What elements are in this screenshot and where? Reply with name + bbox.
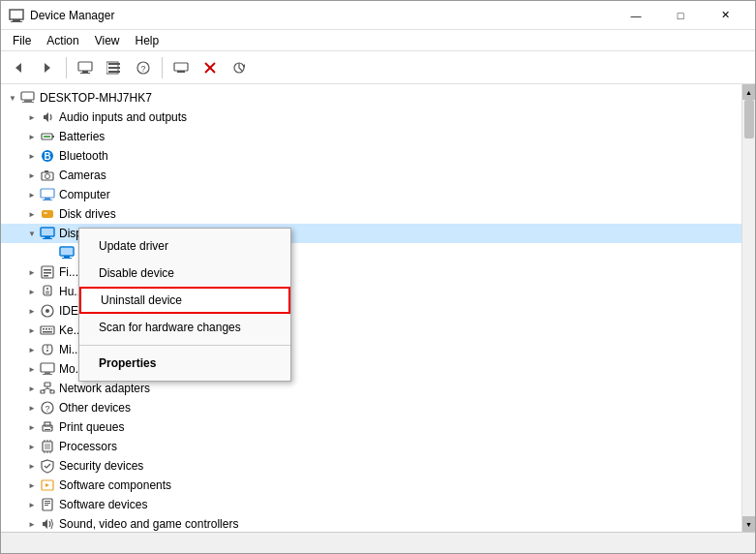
svg-rect-56 — [48, 328, 50, 330]
keyboard-expand[interactable] — [24, 323, 40, 338]
print-expand[interactable] — [24, 419, 40, 435]
toolbar-remove[interactable] — [197, 55, 224, 80]
monitors-icon — [40, 361, 55, 377]
app-icon — [9, 8, 24, 23]
root-expand-arrow[interactable] — [5, 90, 20, 106]
list-item[interactable]: ? Other devices — [1, 398, 741, 417]
list-item[interactable]: Sound, video and game controllers — [1, 514, 741, 532]
menu-action[interactable]: Action — [39, 32, 86, 49]
toolbar-computer[interactable] — [72, 55, 99, 80]
other-expand[interactable] — [24, 400, 40, 416]
processors-expand[interactable] — [24, 439, 40, 454]
svg-rect-42 — [62, 258, 72, 259]
list-item[interactable]: Cameras — [1, 166, 741, 185]
list-item[interactable]: Disk drives — [1, 204, 741, 224]
human-expand[interactable] — [24, 284, 40, 299]
svg-rect-63 — [43, 374, 52, 375]
toolbar-forward[interactable] — [34, 55, 61, 80]
svg-marker-85 — [45, 483, 49, 487]
display-sub-expand — [44, 245, 59, 261]
list-item[interactable]: Software devices — [1, 495, 741, 514]
cameras-expand[interactable] — [24, 168, 40, 183]
mice-expand[interactable] — [24, 342, 40, 357]
svg-rect-35 — [44, 212, 47, 214]
firmware-label: Fi... — [59, 265, 78, 279]
computer-label: Computer — [59, 188, 110, 201]
toolbar-scan[interactable] — [226, 55, 253, 80]
toolbar: ? — [1, 51, 755, 84]
toolbar-help[interactable]: ? — [130, 55, 157, 80]
menu-help[interactable]: Help — [128, 32, 167, 49]
bluetooth-expand[interactable] — [24, 148, 40, 164]
firmware-expand[interactable] — [24, 264, 40, 280]
print-label: Print queues — [59, 420, 124, 434]
toolbar-back[interactable] — [5, 55, 32, 80]
computer-expand[interactable] — [24, 187, 40, 202]
disk-icon — [40, 206, 55, 222]
scroll-thumb[interactable] — [744, 100, 754, 138]
svg-rect-33 — [43, 200, 52, 200]
svg-rect-38 — [43, 238, 52, 239]
list-item[interactable]: Computer — [1, 185, 741, 204]
menu-file[interactable]: File — [5, 32, 39, 49]
network-expand[interactable] — [24, 381, 40, 396]
list-item[interactable]: Audio inputs and outputs — [1, 108, 741, 127]
svg-rect-30 — [45, 170, 48, 172]
svg-rect-34 — [42, 210, 53, 218]
list-item[interactable]: B Bluetooth — [1, 146, 741, 166]
list-item[interactable]: Security devices — [1, 456, 741, 476]
svg-point-52 — [45, 309, 49, 313]
scroll-track[interactable] — [742, 100, 756, 516]
svg-rect-53 — [41, 326, 54, 334]
ctx-properties[interactable]: Properties — [79, 350, 290, 377]
svg-rect-21 — [24, 100, 32, 102]
ctx-disable-device[interactable]: Disable device — [79, 260, 290, 287]
other-label: Other devices — [59, 401, 131, 415]
list-item[interactable]: Software components — [1, 476, 741, 495]
sound-expand[interactable] — [24, 516, 40, 532]
close-button[interactable]: ✕ — [703, 1, 747, 30]
svg-rect-5 — [78, 62, 92, 71]
svg-text:?: ? — [45, 404, 50, 414]
list-item[interactable]: Batteries — [1, 127, 741, 146]
svg-rect-1 — [13, 19, 20, 21]
disk-label: Disk drives — [59, 207, 116, 221]
svg-rect-62 — [45, 372, 50, 374]
menu-view[interactable]: View — [87, 32, 128, 49]
list-item[interactable]: Network adapters — [1, 379, 741, 398]
monitors-expand[interactable] — [24, 361, 40, 377]
disk-expand[interactable] — [24, 206, 40, 222]
security-expand[interactable] — [24, 458, 40, 474]
tree-root[interactable]: DESKTOP-MHJ7HK7 — [1, 88, 741, 108]
softwarecomp-expand[interactable] — [24, 477, 40, 493]
scrollbar[interactable]: ▲ ▼ — [741, 84, 755, 532]
maximize-button[interactable]: □ — [658, 1, 703, 30]
svg-marker-3 — [15, 63, 21, 73]
minimize-button[interactable]: — — [614, 1, 658, 30]
list-item[interactable]: Print queues — [1, 417, 741, 437]
softwarecomp-label: Software components — [59, 478, 171, 492]
softwaredev-expand[interactable] — [24, 497, 40, 512]
ctx-update-driver[interactable]: Update driver — [79, 232, 290, 260]
list-item[interactable]: Processors — [1, 437, 741, 456]
scroll-up-button[interactable]: ▲ — [742, 84, 756, 100]
toolbar-list[interactable] — [101, 55, 128, 80]
processors-label: Processors — [59, 440, 117, 453]
batteries-expand[interactable] — [24, 129, 40, 144]
network-label: Network adapters — [59, 382, 150, 395]
ctx-scan-hardware[interactable]: Scan for hardware changes — [79, 314, 290, 341]
svg-rect-74 — [45, 429, 50, 430]
scroll-down-button[interactable]: ▼ — [742, 516, 756, 532]
ctx-uninstall-device[interactable]: Uninstall device — [79, 287, 290, 314]
svg-point-49 — [46, 288, 48, 290]
toolbar-device[interactable] — [167, 55, 195, 80]
computer-icon — [20, 90, 36, 106]
ide-expand[interactable] — [24, 303, 40, 319]
display-expand[interactable] — [24, 226, 40, 241]
audio-expand[interactable] — [24, 109, 40, 125]
computer-tree-icon — [40, 187, 55, 202]
batteries-label: Batteries — [59, 130, 105, 143]
svg-rect-43 — [61, 248, 73, 255]
audio-icon — [40, 109, 55, 125]
svg-rect-20 — [21, 92, 34, 100]
